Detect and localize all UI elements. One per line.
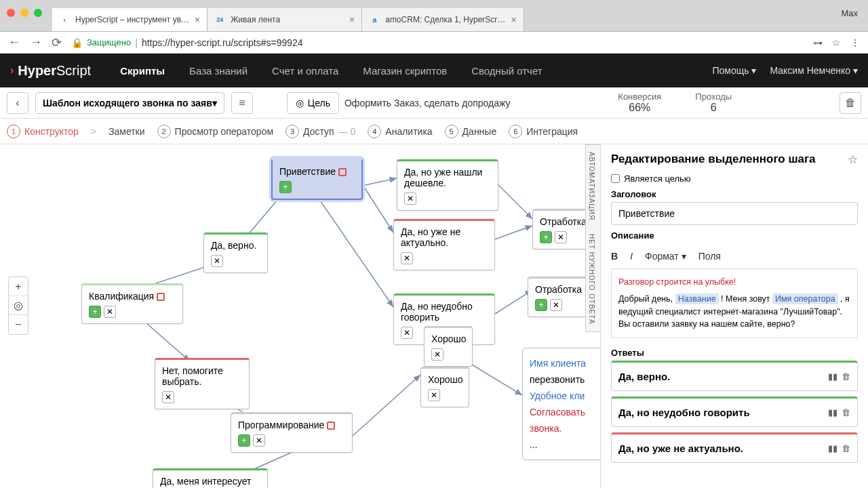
maximize-window-icon[interactable] [34, 9, 42, 17]
close-icon[interactable]: ✕ [404, 192, 416, 205]
format-dropdown[interactable]: Формат ▾ [645, 251, 686, 262]
close-icon[interactable]: ✕ [211, 255, 223, 267]
pause-icon[interactable]: ▮▮ [828, 407, 837, 418]
delete-button[interactable]: 🗑 [840, 92, 861, 114]
tab-integration[interactable]: 6Интеграция [509, 125, 578, 138]
tab-access[interactable]: 3Доступ — 0 [285, 125, 355, 138]
add-icon[interactable]: + [279, 181, 292, 193]
bold-button[interactable]: B [611, 251, 618, 262]
url-box[interactable]: 🔒 Защищено | https://hyper-script.ru/scr… [71, 37, 804, 48]
answer-item[interactable]: Да, верно.▮▮🗑 [611, 361, 858, 391]
trash-icon[interactable]: 🗑 [842, 443, 850, 453]
zoom-center-button[interactable]: ◎ [9, 296, 28, 315]
nav-billing[interactable]: Счет и оплата [260, 65, 351, 77]
token-operator[interactable]: Имя оператора [772, 293, 838, 304]
star-icon[interactable]: ☆ [848, 152, 858, 167]
node-help[interactable]: Нет, помогите выбрать. ✕ [155, 358, 250, 409]
pause-icon[interactable]: ▮▮ [828, 443, 837, 453]
close-tab-icon[interactable]: × [349, 14, 355, 25]
close-icon[interactable]: ✕ [431, 348, 443, 361]
add-icon[interactable]: + [89, 306, 101, 318]
tab-notes[interactable]: Заметки [108, 126, 145, 137]
menu-icon[interactable]: ⋮ [850, 37, 860, 48]
is-goal-checkbox[interactable]: Является целью [611, 174, 858, 184]
add-icon[interactable]: + [238, 434, 250, 447]
add-icon[interactable]: + [540, 231, 552, 243]
window-controls[interactable] [7, 9, 42, 22]
node-programming[interactable]: Программирование +✕ [231, 412, 353, 453]
node-big[interactable]: Имя клиента перезвонить Удобное кли Согл… [522, 348, 600, 460]
node-line: ... [530, 436, 596, 453]
chrome-profile[interactable]: Max [841, 8, 858, 24]
goal-button[interactable]: ◎ Цель [287, 92, 339, 114]
browser-tab[interactable]: › HyperScript – инструмент ув… × [52, 8, 208, 31]
nav-help[interactable]: Помощь ▾ [713, 65, 757, 76]
minimize-window-icon[interactable] [20, 9, 28, 17]
close-icon[interactable]: ✕ [253, 434, 265, 447]
node-title: Квалификация [89, 291, 154, 302]
answer-item[interactable]: Да, но неудобно говорить▮▮🗑 [611, 396, 858, 427]
nav-report[interactable]: Сводный отчет [459, 65, 554, 77]
side-tab-automation[interactable]: АВТОМАТИЗАЦИЯ [586, 145, 597, 227]
reload-icon[interactable]: ⟳ [52, 35, 62, 50]
close-window-icon[interactable] [7, 9, 15, 17]
node-yes[interactable]: Да, верно. ✕ [203, 232, 268, 273]
close-icon[interactable]: ✕ [401, 252, 413, 264]
script-toolbar: ‹ Шаблон исходящего звонка по заяв▾ ≡ ◎ … [0, 87, 868, 119]
nav-user[interactable]: Максим Немченко ▾ [770, 65, 858, 76]
stat-passes: Проходы6 [695, 92, 732, 114]
token-name[interactable]: Название [675, 293, 719, 304]
nav-shop[interactable]: Магазин скриптов [351, 65, 459, 77]
svg-line-4 [495, 182, 532, 219]
node-title: Программирование [238, 420, 324, 430]
close-icon[interactable]: ✕ [104, 306, 116, 318]
add-icon[interactable]: + [535, 299, 547, 311]
tab-analytics[interactable]: 4Аналитика [368, 125, 432, 138]
menu-button[interactable]: ≡ [231, 92, 253, 114]
node-ok[interactable]: Хорошо ✕ [424, 326, 473, 367]
nav-kb[interactable]: База знаний [177, 65, 260, 77]
side-tab-noanswer[interactable]: НЕТ НУЖНОГО ОТВЕТА [586, 227, 597, 331]
tab-constructor[interactable]: 1Конструктор [7, 125, 79, 138]
node-line: Имя клиента [530, 355, 596, 371]
back-icon[interactable]: ← [8, 35, 20, 49]
node-ok2[interactable]: Хорошо ✕ [420, 367, 469, 407]
close-icon[interactable]: ✕ [555, 231, 567, 243]
italic-button[interactable]: I [630, 251, 633, 262]
close-icon[interactable]: ✕ [162, 391, 174, 403]
browser-tab[interactable]: a amoCRM: Сделка 1, HyperScr… × [362, 8, 524, 31]
close-tab-icon[interactable]: × [511, 14, 516, 25]
crumb-sep: > [91, 126, 96, 137]
zoom-out-button[interactable]: − [9, 315, 28, 334]
heading-input[interactable] [611, 202, 858, 225]
close-icon[interactable]: ✕ [550, 299, 562, 311]
fields-button[interactable]: Поля [698, 251, 721, 262]
description-label: Описание [611, 230, 858, 241]
trash-icon[interactable]: 🗑 [842, 371, 850, 382]
zoom-in-button[interactable]: + [9, 277, 28, 296]
tab-preview[interactable]: 2Просмотр оператором [157, 125, 273, 138]
answer-item[interactable]: Да, но уже не актуально.▮▮🗑 [611, 432, 858, 463]
node-notactual[interactable]: Да, но уже не актуально. ✕ [393, 219, 495, 270]
close-icon[interactable]: ✕ [401, 327, 413, 339]
star-icon[interactable]: ☆ [832, 37, 841, 48]
node-cheaper[interactable]: Да, но уже нашли дешевле. ✕ [397, 159, 498, 211]
stop-icon [327, 422, 335, 430]
pause-icon[interactable]: ▮▮ [828, 371, 837, 382]
flow-canvas[interactable]: + ◎ − Приветствие + Да, но уже нашли деш… [0, 144, 600, 488]
forward-icon[interactable]: → [30, 35, 42, 49]
node-greeting[interactable]: Приветствие + [271, 158, 363, 200]
nav-scripts[interactable]: Скрипты [108, 65, 177, 77]
tab-data[interactable]: 5Данные [445, 125, 497, 138]
browser-tab[interactable]: 24 Живая лента × [208, 8, 362, 31]
template-select[interactable]: Шаблон исходящего звонка по заяв▾ [35, 92, 224, 114]
description-editor[interactable]: Разговор строится на улыбке! Добрый день… [611, 269, 858, 338]
close-tab-icon[interactable]: × [195, 14, 200, 25]
trash-icon[interactable]: 🗑 [842, 407, 850, 418]
node-qualification[interactable]: Квалификация +✕ [81, 283, 183, 324]
close-icon[interactable]: ✕ [428, 389, 440, 401]
node-interest[interactable]: Да, меня интересует [153, 468, 268, 488]
app-logo[interactable]: HyperScript [18, 63, 91, 79]
back-button[interactable]: ‹ [7, 92, 28, 114]
key-icon[interactable]: ⊶ [813, 37, 823, 48]
